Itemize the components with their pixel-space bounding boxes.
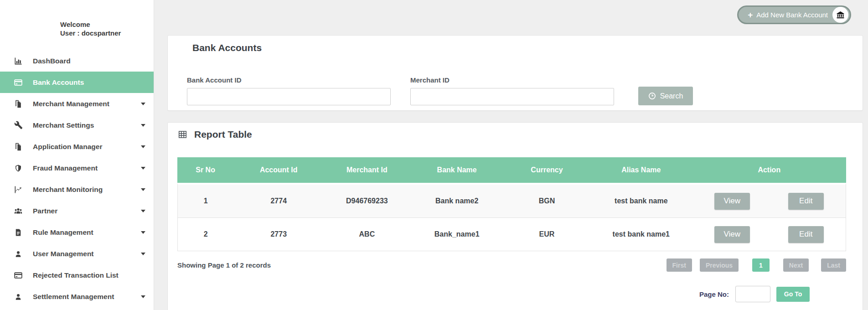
column-header-alias-name: Alias Name	[590, 157, 692, 183]
documents-icon	[12, 142, 24, 151]
edit-button[interactable]: Edit	[788, 226, 824, 243]
edit-button[interactable]: Edit	[788, 193, 824, 210]
column-header-bank-name: Bank Name	[410, 157, 503, 183]
chevron-down-icon	[141, 167, 145, 170]
pagination-last-button[interactable]: Last	[821, 258, 846, 272]
table-footer: Showing Page 1 of 2 records First Previo…	[177, 258, 846, 272]
sidebar-item-label: Application Manager	[33, 143, 102, 151]
shield-icon	[12, 164, 24, 173]
app-window: Welcome User : docspartner DashBoard Ban…	[0, 0, 868, 310]
sidebar-item-merchant-monitoring[interactable]: Merchant Monitoring	[0, 179, 154, 200]
cell-alias-name: test bank name	[590, 183, 692, 218]
view-button[interactable]: View	[714, 226, 750, 243]
plus-icon: +	[748, 10, 753, 19]
cell-currency: BGN	[504, 183, 590, 218]
sidebar-item-label: Rule Management	[33, 228, 93, 237]
bank-account-id-input[interactable]	[187, 88, 391, 105]
panel-title-row: Bank Accounts	[176, 42, 853, 53]
pagination-next-button[interactable]: Next	[783, 258, 809, 272]
table-header-row: Sr No Account Id Merchant Id Bank Name C…	[177, 157, 846, 183]
sidebar-item-label: User Management	[33, 250, 94, 258]
report-table-container: Sr No Account Id Merchant Id Bank Name C…	[177, 157, 846, 251]
users-icon	[12, 207, 24, 216]
add-new-bank-account-button[interactable]: + Add New Bank Account	[737, 5, 851, 24]
sidebar-item-label: Merchant Settings	[33, 121, 94, 129]
sidebar-item-bank-accounts[interactable]: Bank Accounts	[0, 72, 154, 93]
sidebar-item-label: Settlement Management	[33, 293, 114, 301]
cell-account-id: 2773	[233, 218, 324, 251]
page-number-row: Page No: Go To	[177, 286, 846, 302]
table-row: 1 2774 D946769233 Bank name2 BGN test ba…	[177, 183, 846, 218]
cell-merchant-id: D946769233	[324, 183, 410, 218]
pagination-first-button[interactable]: First	[666, 258, 692, 272]
chevron-down-icon	[141, 295, 145, 298]
user-icon	[12, 292, 24, 301]
sidebar-item-application-manager[interactable]: Application Manager	[0, 136, 154, 157]
sidebar-item-label: Merchant Monitoring	[33, 186, 103, 194]
cell-sr-no: 1	[177, 183, 233, 218]
welcome-text: Welcome	[60, 20, 154, 29]
table-icon	[177, 129, 188, 140]
search-button-label: Search	[660, 92, 683, 100]
clock-icon	[648, 92, 656, 100]
cell-action: View Edit	[692, 183, 846, 218]
sidebar-item-label: Fraud Management	[33, 164, 98, 172]
merchant-id-group: Merchant ID	[410, 76, 614, 105]
report-table-panel: Report Table Sr No Account Id Merchant I…	[167, 122, 863, 310]
sidebar-item-settlement-management[interactable]: Settlement Management	[0, 286, 154, 307]
pagination-current-page-button[interactable]: 1	[752, 258, 770, 272]
sidebar-item-rejected-transaction-list[interactable]: Rejected Transaction List	[0, 264, 154, 286]
chevron-down-icon	[141, 103, 145, 105]
sidebar-nav: DashBoard Bank Accounts Merchant Managem…	[0, 50, 154, 307]
sidebar-item-label: Bank Accounts	[33, 78, 84, 87]
bar-chart-icon	[12, 57, 24, 66]
pagination-previous-button[interactable]: Previous	[700, 258, 739, 272]
wrench-icon	[12, 121, 24, 129]
pagination: First Previous 1 Next Last	[666, 258, 846, 272]
cell-bank-name: Bank_name1	[410, 218, 503, 251]
credit-card-icon	[12, 78, 24, 87]
column-header-merchant-id: Merchant Id	[324, 157, 410, 183]
sidebar-item-rule-management[interactable]: Rule Management	[0, 222, 154, 243]
go-to-button[interactable]: Go To	[776, 287, 810, 302]
cell-action: View Edit	[692, 218, 846, 251]
sidebar-item-merchant-management[interactable]: Merchant Management	[0, 93, 154, 114]
sidebar-item-fraud-management[interactable]: Fraud Management	[0, 157, 154, 179]
credit-card-icon	[12, 271, 24, 280]
bank-accounts-panel: Bank Accounts Bank Account ID Merchant I…	[167, 35, 863, 111]
sidebar-item-dashboard[interactable]: DashBoard	[0, 50, 154, 72]
panel-title-row: Report Table	[177, 129, 846, 140]
column-header-action: Action	[692, 157, 846, 183]
cell-merchant-id: ABC	[324, 218, 410, 251]
chevron-down-icon	[141, 231, 145, 234]
merchant-id-input[interactable]	[410, 88, 614, 105]
cell-alias-name: test bank name1	[590, 218, 692, 251]
panel-title: Bank Accounts	[192, 42, 262, 53]
chevron-down-icon	[141, 124, 145, 127]
documents-icon	[12, 99, 24, 108]
page-no-input[interactable]	[735, 286, 770, 302]
merchant-id-label: Merchant ID	[410, 76, 614, 84]
chevron-down-icon	[141, 188, 145, 191]
sidebar-item-partner[interactable]: Partner	[0, 200, 154, 222]
bank-account-id-group: Bank Account ID	[187, 76, 391, 105]
view-button[interactable]: View	[714, 193, 750, 210]
bank-account-id-label: Bank Account ID	[187, 76, 391, 84]
welcome-block: Welcome User : docspartner	[0, 20, 154, 37]
user-icon	[12, 249, 24, 258]
column-header-account-id: Account Id	[233, 157, 324, 183]
grid-icon	[176, 43, 186, 53]
page-no-label: Page No:	[699, 290, 729, 298]
cell-bank-name: Bank name2	[410, 183, 503, 218]
sidebar-item-user-management[interactable]: User Management	[0, 243, 154, 264]
sidebar-item-merchant-settings[interactable]: Merchant Settings	[0, 114, 154, 136]
column-header-sr-no: Sr No	[177, 157, 233, 183]
sidebar-item-label: Merchant Management	[33, 100, 109, 108]
sidebar: Welcome User : docspartner DashBoard Ban…	[0, 0, 154, 310]
table-row: 2 2773 ABC Bank_name1 EUR test bank name…	[177, 218, 846, 251]
search-button[interactable]: Search	[638, 87, 693, 105]
cell-sr-no: 2	[177, 218, 233, 251]
chevron-down-icon	[141, 145, 145, 148]
bank-icon	[832, 7, 848, 23]
column-header-currency: Currency	[504, 157, 590, 183]
